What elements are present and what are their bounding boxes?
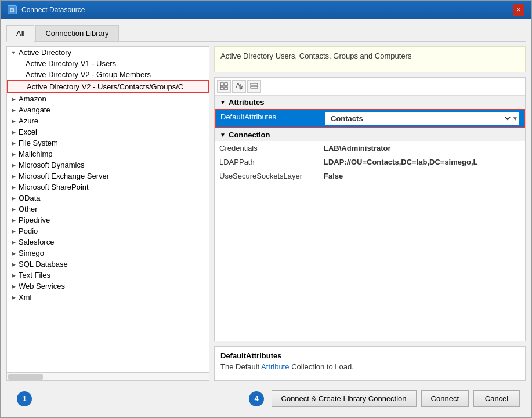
tree-item-amazon[interactable]: ▶ Amazon xyxy=(7,93,209,104)
tab-all[interactable]: All xyxy=(6,25,34,42)
default-attributes-select[interactable]: Contacts Users Groups Computers All xyxy=(326,112,512,125)
tree-item-azure[interactable]: ▶ Azure xyxy=(7,115,209,126)
tree-label: Podio xyxy=(17,227,38,235)
tree-label: Avangate xyxy=(17,106,50,114)
tree-item-odata[interactable]: ▶ OData xyxy=(7,192,209,203)
chevron-down-icon: ▼ xyxy=(512,115,518,122)
tree-label: SQL Database xyxy=(17,260,68,268)
tree-item-ad-v2-group[interactable]: Active Directory V2 - Group Members xyxy=(7,69,209,80)
tree-toggle-xml[interactable]: ▶ xyxy=(9,293,17,301)
prop-row-ldappath[interactable]: LDAPPath LDAP://OU=Contacts,DC=lab,DC=si… xyxy=(215,155,525,169)
connection-section-label: Connection xyxy=(229,130,270,139)
window-title: Connect Datasource xyxy=(21,6,85,14)
tree-item-text-files[interactable]: ▶ Text Files xyxy=(7,270,209,281)
tree-toggle-ms-sharepoint[interactable]: ▶ xyxy=(9,183,17,191)
tree-label: Microsoft Exchange Server xyxy=(17,172,109,180)
prop-row-secure-sockets[interactable]: UseSecureSocketsLayer False xyxy=(215,169,525,183)
tree-toggle-ms-exchange[interactable]: ▶ xyxy=(9,172,17,180)
connection-section-header[interactable]: ▼ Connection xyxy=(215,128,525,141)
tree-toggle-sql[interactable]: ▶ xyxy=(9,260,17,268)
grid-view-button[interactable] xyxy=(217,80,231,93)
tree-item-mailchimp[interactable]: ▶ Mailchimp xyxy=(7,148,209,159)
tree-toggle-simego[interactable]: ▶ xyxy=(9,249,17,257)
horizontal-scrollbar[interactable] xyxy=(7,372,209,380)
tree-label: Amazon xyxy=(17,94,46,103)
tree-toggle-odata[interactable]: ▶ xyxy=(9,194,17,202)
tree-label: OData xyxy=(17,194,41,202)
prop-row-credentials[interactable]: Credentials LAB\Administrator xyxy=(215,141,525,155)
tree-toggle-amazon[interactable]: ▶ xyxy=(9,95,17,103)
tree-toggle-avangate[interactable]: ▶ xyxy=(9,106,17,114)
tab-connection-library[interactable]: Connection Library xyxy=(35,25,118,41)
close-button[interactable]: × xyxy=(513,4,524,16)
tree-toggle-podio[interactable]: ▶ xyxy=(9,227,17,235)
tree-item-active-directory[interactable]: ▼ Active Directory xyxy=(7,47,209,58)
attributes-section-label: Attributes xyxy=(229,98,264,107)
tree-toggle-excel[interactable]: ▶ xyxy=(9,128,17,136)
props-toolbar: AZ xyxy=(215,78,525,96)
svg-rect-7 xyxy=(251,86,258,88)
prop-value-cell-ldappath: LDAP://OU=Contacts,DC=lab,DC=simego,L xyxy=(319,155,525,169)
tree-toggle-active-directory[interactable]: ▼ xyxy=(9,49,17,57)
tree-toggle-spacer xyxy=(16,71,24,79)
tree-item-microsoft-dynamics[interactable]: ▶ Microsoft Dynamics xyxy=(7,159,209,170)
bottom-bar: 1 4 Connect & Create Library Connection … xyxy=(6,386,526,412)
tree-label: Pipedrive xyxy=(17,216,50,224)
tree-toggle-pipedrive[interactable]: ▶ xyxy=(9,216,17,224)
list-view-button[interactable] xyxy=(247,80,261,93)
tree-item-simego[interactable]: ▶ Simego xyxy=(7,248,209,259)
dropdown-wrapper-default-attributes[interactable]: Contacts Users Groups Computers All ▼ xyxy=(325,112,519,125)
connect-create-button[interactable]: Connect & Create Library Connection xyxy=(272,390,417,407)
prop-value-cell-secure-sockets: False xyxy=(319,169,525,183)
tree-item-web-services[interactable]: ▶ Web Services xyxy=(7,281,209,292)
tree-item-ad-v1-users[interactable]: Active Directory V1 - Users xyxy=(7,58,209,69)
tree-toggle-azure[interactable]: ▶ xyxy=(9,117,17,125)
svg-rect-6 xyxy=(251,83,258,85)
list-icon xyxy=(250,82,258,90)
main-content: 1 ▼ Active Directory Active Directory V1… xyxy=(6,46,526,381)
tree-item-sql-database[interactable]: ▶ SQL Database xyxy=(7,259,209,270)
info-title: DefaultAttributes xyxy=(220,351,519,360)
tree-item-excel[interactable]: ▶ Excel xyxy=(7,126,209,137)
tree-toggle-ms-dynamics[interactable]: ▶ xyxy=(9,161,17,169)
tree-item-salesforce[interactable]: ▶ Salesforce xyxy=(7,237,209,248)
title-bar: ⊞ Connect Datasource × xyxy=(1,1,531,19)
tree-toggle-file-system[interactable]: ▶ xyxy=(9,139,17,147)
svg-text:AZ: AZ xyxy=(236,82,243,90)
tree-item-file-system[interactable]: ▶ File System xyxy=(7,137,209,148)
tree-item-pipedrive[interactable]: ▶ Pipedrive xyxy=(7,215,209,226)
prop-value-cell-default-attributes: Contacts Users Groups Computers All ▼ xyxy=(320,110,524,127)
sort-az-button[interactable]: AZ xyxy=(232,80,246,93)
tree-toggle-text-files[interactable]: ▶ xyxy=(9,271,17,279)
svg-rect-0 xyxy=(220,83,223,86)
scrollbar-thumb[interactable] xyxy=(8,374,43,380)
tree-item-microsoft-sharepoint[interactable]: ▶ Microsoft SharePoint xyxy=(7,181,209,192)
prop-name-secure-sockets: UseSecureSocketsLayer xyxy=(215,169,319,183)
prop-value-ldappath: LDAP://OU=Contacts,DC=lab,DC=simego,L xyxy=(324,158,477,166)
prop-name-credentials: Credentials xyxy=(215,141,319,155)
info-description: The Default Attribute Collection to Load… xyxy=(220,362,519,371)
tree-item-avangate[interactable]: ▶ Avangate xyxy=(7,104,209,115)
connect-button[interactable]: Connect xyxy=(421,390,469,407)
tree-toggle-salesforce[interactable]: ▶ xyxy=(9,238,17,246)
tree-item-podio[interactable]: ▶ Podio xyxy=(7,226,209,237)
tree-item-microsoft-exchange[interactable]: ▶ Microsoft Exchange Server xyxy=(7,170,209,181)
tree-label: Microsoft SharePoint xyxy=(17,183,89,191)
attributes-section-header[interactable]: ▼ Attributes xyxy=(215,96,525,109)
left-panel: 1 ▼ Active Directory Active Directory V1… xyxy=(6,46,209,381)
tree-toggle-other[interactable]: ▶ xyxy=(9,205,17,213)
tabs-row: All Connection Library xyxy=(6,25,526,42)
tree-toggle-mailchimp[interactable]: ▶ xyxy=(9,150,17,158)
cancel-button[interactable]: Cancel xyxy=(473,390,520,407)
tree-toggle-web-services[interactable]: ▶ xyxy=(9,282,17,290)
tree-item-ad-v2-users-contacts[interactable]: Active Directory V2 - Users/Contacts/Gro… xyxy=(7,80,209,93)
tree-item-other[interactable]: ▶ Other xyxy=(7,203,209,215)
tree-area[interactable]: 1 ▼ Active Directory Active Directory V1… xyxy=(7,47,209,372)
tree-toggle-spacer xyxy=(16,60,24,68)
tree-item-xml[interactable]: ▶ Xml xyxy=(7,292,209,303)
sort-icon: AZ xyxy=(235,82,243,90)
tree-label: Active Directory xyxy=(17,48,71,57)
tree-label: Text Files xyxy=(17,271,50,279)
prop-row-default-attributes[interactable]: DefaultAttributes Contacts Users Groups … xyxy=(215,109,525,128)
tree-label: File System xyxy=(17,139,58,147)
